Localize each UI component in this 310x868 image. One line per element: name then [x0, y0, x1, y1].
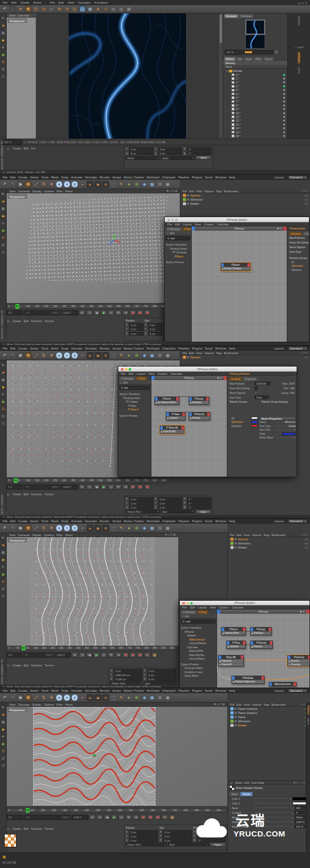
playhead[interactable]: 59	[16, 304, 19, 309]
menu-item[interactable]: Help	[229, 176, 235, 179]
object-row[interactable]: Shader ✓ ✓	[180, 202, 310, 206]
last-used-tool-icon[interactable]: ✛	[48, 352, 55, 359]
material-menu-item[interactable]: Create	[12, 827, 21, 830]
camera-icon[interactable]: ⏣	[157, 352, 163, 359]
playhead[interactable]: 90	[22, 646, 25, 650]
object-manager-menu-item[interactable]: Objects	[204, 190, 214, 193]
workplane-icon[interactable]: ◆	[1, 38, 6, 43]
viewport-menu-item[interactable]: Options	[44, 190, 54, 193]
quantize-icon[interactable]: ▩	[1, 586, 6, 591]
menu-item[interactable]: Edit	[10, 520, 16, 523]
pen-tool-icon[interactable]: ✎	[118, 525, 125, 531]
menu-item[interactable]: Character	[162, 689, 176, 692]
material-menu-item[interactable]: Edit	[24, 664, 28, 667]
menu-item[interactable]: Select	[30, 347, 39, 350]
menu-item[interactable]: Character	[162, 176, 176, 179]
scale-tool-icon[interactable]: ⤢	[33, 181, 39, 188]
history-tab[interactable]: History	[224, 57, 236, 61]
camera-icon[interactable]: ⏣	[157, 181, 163, 188]
add-cube-icon[interactable]: ⬚	[110, 352, 117, 359]
pool-edit-menu[interactable]: Edit	[123, 381, 128, 384]
object-manager-menu-item[interactable]: File	[182, 352, 187, 355]
material-menu-item[interactable]: Edit	[24, 147, 28, 150]
x-axis-lock-icon[interactable]: X	[56, 352, 63, 359]
particle-group-row[interactable]: Particles	[227, 424, 259, 428]
layout-dropdown[interactable]: Standard	[288, 346, 307, 351]
menu-item[interactable]: Simulate	[85, 347, 97, 350]
panel-menu-icon[interactable]: ▤	[230, 781, 233, 784]
coordinate-field[interactable]: 0 °	[187, 506, 211, 509]
menu-item[interactable]: Sculpt	[112, 689, 121, 692]
history-row[interactable]: 6 *	[223, 96, 287, 99]
xpresso-menu-item[interactable]: Calculate	[232, 606, 244, 609]
xpresso-node[interactable]: PStorm Particle Birth	[221, 627, 246, 635]
window-title[interactable]: XPresso Editor	[118, 367, 297, 372]
menu-item[interactable]: Edit	[10, 689, 16, 692]
menu-item[interactable]: File	[3, 347, 8, 350]
pool-tree-item[interactable]: System Presets	[181, 663, 215, 667]
coordinate-field[interactable]: 0 cm	[129, 327, 144, 331]
pool-tree-item[interactable]: Calculate	[181, 646, 215, 650]
xpresso-menu-item[interactable]: Edit	[190, 606, 195, 609]
enable-checks-icon[interactable]: ✓ ✓	[304, 546, 308, 549]
coordinate-field[interactable]: 0 cm	[129, 332, 144, 336]
viewport[interactable]	[7, 193, 180, 303]
object-rel-dropdown[interactable]: Object (Rel)	[126, 843, 167, 846]
pool-tree-item[interactable]: System Operators	[166, 243, 190, 247]
current-frame-field[interactable]: 0 F	[7, 652, 22, 658]
menu-item[interactable]: File	[50, 1, 55, 4]
history-row[interactable]: 10 *	[223, 111, 287, 115]
group-color-swatch[interactable]	[251, 424, 258, 427]
goto-end-button[interactable]: ⇥	[115, 652, 121, 658]
coordinate-field[interactable]: 0 cm	[114, 669, 143, 673]
pen-icon[interactable]: ✎	[1, 192, 6, 197]
scale-tool-icon[interactable]: ⤢	[33, 694, 39, 701]
history-enable-dot[interactable]	[283, 116, 285, 118]
layout-3-icon[interactable]: ▩	[126, 6, 132, 12]
menu-item[interactable]: Plugins	[192, 347, 203, 350]
object-manager-menu-item[interactable]: View	[196, 352, 202, 355]
object-manager-menu-item[interactable]: Edit	[189, 352, 194, 355]
node-canvas[interactable]: XGroup✥ ⇓ PStorm Emitter Position	[192, 226, 287, 342]
menu-item[interactable]: Select	[30, 689, 39, 692]
pool-tree-item[interactable]: Thinking Partic	[119, 397, 150, 401]
redo-icon[interactable]: ↷	[9, 352, 16, 359]
shader-property-row[interactable]: ◦ Color 1 ▸	[228, 796, 310, 801]
mesh-check-icon[interactable]: ▨	[1, 593, 6, 599]
menu-item[interactable]: Motion Tracker	[123, 520, 144, 523]
picture-canvas[interactable]	[36, 13, 219, 139]
pool-tree-item[interactable]: System Operators	[181, 626, 215, 630]
keyframe-grid-button[interactable]: ▦	[169, 815, 175, 820]
menu-item[interactable]: Select	[30, 520, 39, 523]
menu-item[interactable]: Tools	[41, 347, 49, 350]
mograph-icon[interactable]: ✿	[133, 181, 140, 188]
coordinate-field[interactable]: 0 °	[187, 497, 211, 501]
record-keyframe-button[interactable]: ◉	[130, 652, 136, 658]
node-port-row[interactable]: 'articles	[166, 416, 185, 420]
pool-tab[interactable]: X-Manager	[181, 610, 197, 614]
rotate-tool-icon[interactable]: ↻	[40, 694, 47, 701]
workplane-icon[interactable]: ◆	[1, 385, 6, 390]
pen-tool-icon[interactable]: ✎	[118, 352, 125, 359]
rotate-tool-icon[interactable]: ↻	[40, 181, 47, 188]
xpresso-menu-item[interactable]: Custom	[219, 606, 229, 609]
xgroup-header[interactable]: XGroup✥ ⇓	[217, 610, 309, 614]
redo-icon[interactable]: ↷	[9, 181, 16, 188]
history-enable-dot[interactable]	[283, 119, 285, 121]
history-row[interactable]: 9 *	[223, 108, 287, 111]
pool-tab[interactable]: X-Pool	[182, 227, 191, 231]
particle-group-row[interactable]: All	[227, 416, 259, 420]
pool-edit-menu[interactable]: Edit	[170, 232, 175, 235]
menu-item[interactable]: Select	[33, 1, 42, 4]
xpresso-menu-item[interactable]: Calculate	[171, 372, 182, 375]
coordinate-field[interactable]: 0 cm	[147, 673, 176, 677]
paste-icon[interactable]: ⧉	[64, 6, 70, 12]
menu-item[interactable]: Simulate	[85, 689, 97, 692]
viewport-menu-item[interactable]: Filter	[56, 534, 63, 537]
menu-item[interactable]: View	[67, 1, 74, 4]
goto-end-button[interactable]: ⇥	[122, 310, 129, 315]
menu-item[interactable]: Edit	[10, 347, 16, 350]
render-settings-icon[interactable]: ⚙	[102, 352, 109, 359]
viewport-menu-item[interactable]: Filter	[56, 703, 63, 706]
viewport-menu-item[interactable]: Filter	[56, 190, 63, 193]
